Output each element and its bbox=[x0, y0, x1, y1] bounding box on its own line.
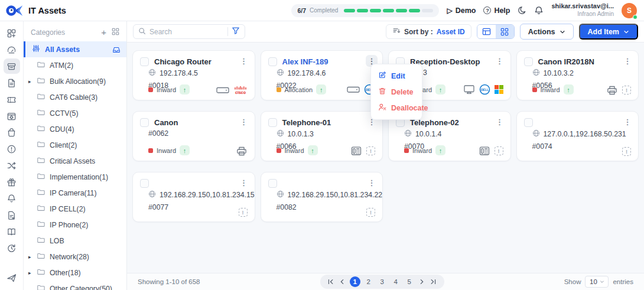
expand-caret-icon[interactable]: ▸ bbox=[28, 79, 31, 84]
card-checkbox[interactable] bbox=[268, 179, 277, 188]
kebab-menu-icon[interactable]: ⋮ bbox=[238, 55, 250, 67]
page-button-5[interactable]: 5 bbox=[404, 276, 415, 287]
folder-icon bbox=[37, 60, 45, 70]
menu-item-deallocate[interactable]: Deallocate bbox=[371, 100, 422, 116]
sidebar-item-other-18[interactable]: ▸Other(18) bbox=[24, 265, 126, 281]
sidebar-item-cat6-cable-3[interactable]: CAT6 Cable(3) bbox=[24, 89, 126, 105]
notifications-bell-icon[interactable] bbox=[534, 6, 544, 15]
card-title[interactable]: Canon bbox=[154, 118, 178, 127]
grid-view-button[interactable] bbox=[496, 25, 514, 38]
next-page-icon[interactable] bbox=[418, 278, 427, 286]
card-checkbox[interactable] bbox=[268, 57, 277, 66]
avatar[interactable]: S bbox=[622, 3, 637, 18]
kebab-menu-icon[interactable]: ⋮ bbox=[494, 55, 506, 67]
card-title[interactable]: Alex INF-189 bbox=[282, 57, 328, 66]
sidebar-item-all-assets[interactable]: All Assets bbox=[24, 41, 126, 57]
sidebar-item-cdu-4[interactable]: CDU(4) bbox=[24, 121, 126, 137]
user-menu[interactable]: shikar.srivastav@i... Infraon Admin bbox=[551, 2, 614, 18]
kebab-menu-icon[interactable]: ⋮ bbox=[238, 116, 250, 128]
sidebar-item-cctv-5[interactable]: CCTV(5) bbox=[24, 105, 126, 121]
kebab-menu-icon[interactable]: ⋮ bbox=[238, 177, 250, 188]
globe-icon bbox=[148, 69, 156, 78]
card-title[interactable]: Canon IR2018N bbox=[538, 57, 594, 66]
asset-card: Telephone-01⋮10.0.1.3#0066Inward↑! bbox=[261, 111, 383, 161]
help-button[interactable]: ? Help bbox=[483, 6, 510, 15]
shopping-bag-icon[interactable] bbox=[4, 125, 20, 140]
sidebar-item-atm-2[interactable]: ATM(2) bbox=[24, 57, 126, 73]
filter-funnel-icon[interactable] bbox=[232, 27, 240, 37]
sidebar-item-network-28[interactable]: ▸Network(28) bbox=[24, 249, 126, 265]
page-button-3[interactable]: 3 bbox=[377, 276, 388, 287]
book-icon[interactable] bbox=[4, 224, 20, 239]
card-checkbox[interactable] bbox=[140, 179, 149, 188]
sidebar-item-critical-assets[interactable]: Critical Assets bbox=[24, 153, 126, 169]
ticket-icon[interactable] bbox=[4, 92, 20, 107]
cisco-logo: cisco bbox=[233, 85, 248, 95]
sidebar-item-client-2[interactable]: Client(2) bbox=[24, 137, 126, 153]
printer-icon bbox=[606, 85, 618, 95]
sidebar-item-implementation-1[interactable]: Implementation(1) bbox=[24, 169, 126, 185]
package-gear-icon[interactable] bbox=[4, 108, 20, 123]
menu-item-edit[interactable]: Edit bbox=[371, 68, 422, 84]
folder-icon bbox=[37, 252, 45, 262]
dashed-placeholder-icon: ! bbox=[622, 86, 631, 95]
infraon-logo[interactable] bbox=[0, 4, 28, 18]
card-title[interactable]: Chicago Router bbox=[154, 57, 212, 66]
gauge-icon[interactable] bbox=[4, 42, 20, 57]
sidebar-item-bulk-allocation-9[interactable]: ▸Bulk Allocation(9) bbox=[24, 73, 126, 89]
folder-icon bbox=[37, 172, 45, 182]
menu-item-delete[interactable]: Delete bbox=[371, 84, 422, 100]
kebab-menu-icon[interactable]: ⋮ bbox=[366, 177, 378, 188]
prev-page-icon[interactable] bbox=[338, 278, 347, 286]
alert-circle-icon[interactable] bbox=[4, 141, 20, 157]
search-input[interactable] bbox=[149, 28, 224, 36]
card-checkbox[interactable] bbox=[524, 118, 533, 127]
card-checkbox[interactable] bbox=[140, 118, 149, 127]
history-icon[interactable] bbox=[4, 240, 20, 256]
card-checkbox[interactable] bbox=[524, 57, 533, 66]
sidebar-item-lob[interactable]: LOB bbox=[24, 233, 126, 249]
page-button-4[interactable]: 4 bbox=[391, 276, 401, 287]
first-page-icon[interactable] bbox=[326, 278, 335, 286]
assets-archive-icon[interactable] bbox=[4, 58, 20, 74]
expand-caret-icon[interactable]: ▸ bbox=[28, 270, 31, 276]
status-badge: Inward↑ bbox=[148, 145, 190, 155]
dark-mode-moon-icon[interactable] bbox=[518, 6, 526, 15]
asset-card: ⋮192.168.29.150,10.81.234.22#0082! bbox=[261, 172, 383, 222]
sidebar-item-ip-cell-2[interactable]: IP CELL(2) bbox=[24, 201, 126, 217]
demo-button[interactable]: ▷ Demo bbox=[447, 6, 476, 15]
sidebar-item-other-category-50[interactable]: Other Category(50) bbox=[24, 281, 126, 290]
page-button-2[interactable]: 2 bbox=[363, 276, 374, 287]
page-title: IT Assets bbox=[28, 6, 66, 15]
page-button-1[interactable]: 1 bbox=[350, 276, 360, 287]
shuffle-icon[interactable] bbox=[4, 158, 20, 173]
monitor-icon bbox=[463, 84, 475, 95]
gift-icon[interactable] bbox=[4, 174, 20, 190]
user-role: Infraon Admin bbox=[551, 11, 614, 18]
sidebar-item-ip-phone-2[interactable]: IP Phone(2) bbox=[24, 217, 126, 233]
kebab-menu-icon[interactable]: ⋮ bbox=[622, 55, 633, 67]
actions-button[interactable]: Actions bbox=[520, 24, 574, 40]
folder-icon bbox=[37, 204, 45, 214]
kebab-menu-icon[interactable]: ⋮ bbox=[494, 116, 506, 128]
inbox-icon[interactable] bbox=[112, 45, 121, 54]
add-category-icon[interactable]: + bbox=[101, 30, 106, 35]
divider bbox=[227, 27, 228, 36]
document-icon[interactable] bbox=[4, 75, 20, 90]
file-invoice-icon[interactable] bbox=[4, 207, 20, 223]
apps-add-icon[interactable] bbox=[4, 25, 20, 41]
card-checkbox[interactable] bbox=[268, 118, 277, 127]
sidebar-item-ip-camera-11[interactable]: IP Camera(11) bbox=[24, 185, 126, 201]
card-checkbox[interactable] bbox=[140, 57, 149, 66]
paper-plane-icon[interactable] bbox=[4, 270, 20, 285]
collapse-categories-icon[interactable] bbox=[112, 28, 119, 37]
card-title[interactable]: Telephone-01 bbox=[282, 118, 331, 127]
add-item-button[interactable]: Add Item bbox=[579, 24, 638, 40]
bell-outline-icon[interactable] bbox=[4, 191, 20, 206]
kebab-menu-icon[interactable]: ⋮ bbox=[622, 116, 633, 128]
last-page-icon[interactable] bbox=[430, 278, 438, 286]
sort-by-control[interactable]: Sort by : Asset ID bbox=[386, 24, 471, 39]
expand-caret-icon[interactable]: ▸ bbox=[28, 254, 31, 260]
table-view-button[interactable] bbox=[477, 25, 496, 38]
page-size-select[interactable]: 10 bbox=[585, 276, 609, 288]
